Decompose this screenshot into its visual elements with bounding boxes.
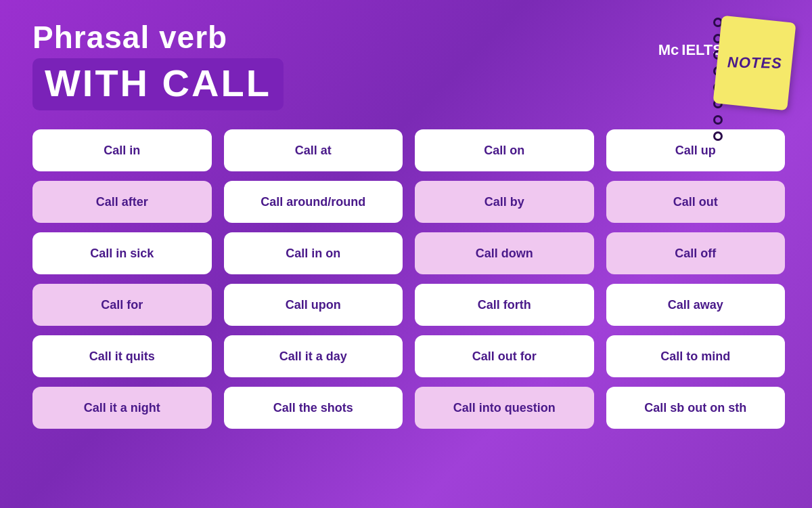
phrase-card: Call forth	[415, 284, 594, 326]
phrase-card: Call to mind	[606, 335, 786, 377]
phrase-card: Call by	[415, 181, 594, 223]
phrase-card: Call on	[415, 129, 594, 171]
phrase-card: Call it quits	[32, 335, 212, 377]
notebook-body: NOTES	[713, 16, 796, 111]
phrase-card: Call in	[32, 129, 212, 171]
phrase-card: Call out	[606, 181, 786, 223]
title-line2: WITH CALL	[45, 62, 271, 104]
phrase-card: Call out for	[415, 335, 594, 377]
phrase-card: Call the shots	[224, 387, 403, 429]
phrase-card: Call away	[606, 284, 786, 326]
phrase-card: Call upon	[224, 284, 403, 326]
brand-mc: Mc	[658, 41, 679, 59]
phrase-card: Call off	[606, 232, 786, 274]
phrase-card: Call it a night	[32, 387, 212, 429]
header: Phrasal verb WITH CALL Mc IELTS 🕊	[0, 0, 812, 117]
phrase-grid: Call inCall atCall onCall upCall afterCa…	[0, 117, 812, 429]
phrase-card: Call for	[32, 284, 212, 326]
title-line2-wrap: WITH CALL	[32, 58, 284, 110]
phrase-card: Call into question	[415, 387, 594, 429]
title-block: Phrasal verb WITH CALL	[32, 19, 284, 110]
notebook-decoration: NOTES	[704, 12, 792, 110]
phrase-card: Call in sick	[32, 232, 212, 274]
notebook-notes-label: NOTES	[727, 54, 782, 72]
phrase-card: Call up	[606, 129, 786, 171]
title-line1: Phrasal verb	[32, 19, 284, 56]
spiral-ring	[713, 115, 723, 125]
phrase-card: Call it a day	[224, 335, 403, 377]
phrase-card: Call in on	[224, 232, 403, 274]
phrase-card: Call at	[224, 129, 403, 171]
phrase-card: Call after	[32, 181, 212, 223]
spiral-ring	[713, 131, 723, 141]
phrase-card: Call down	[415, 232, 594, 274]
phrase-card: Call around/round	[224, 181, 403, 223]
phrase-card: Call sb out on sth	[606, 387, 786, 429]
